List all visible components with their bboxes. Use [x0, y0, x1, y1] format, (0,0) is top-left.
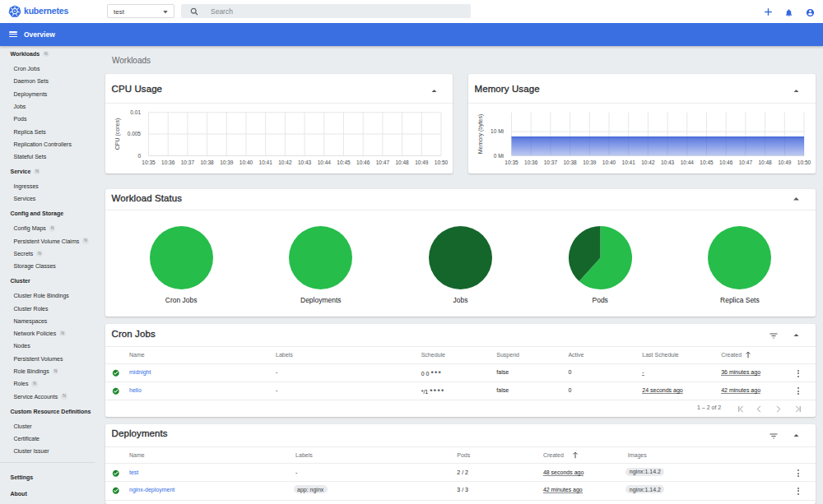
svg-text:10:46: 10:46: [356, 160, 370, 165]
svg-text:10:37: 10:37: [544, 160, 558, 165]
svg-text:10:36: 10:36: [524, 160, 538, 165]
svg-text:10:43: 10:43: [298, 160, 312, 165]
svg-text:10:44: 10:44: [318, 160, 332, 165]
svg-text:10:49: 10:49: [778, 160, 792, 165]
svg-text:0: 0: [137, 153, 141, 159]
svg-text:10:50: 10:50: [797, 160, 811, 165]
svg-text:10:44: 10:44: [681, 160, 695, 165]
svg-text:10:48: 10:48: [758, 160, 772, 165]
svg-text:0.01: 0.01: [130, 109, 141, 115]
svg-text:10:37: 10:37: [181, 160, 195, 165]
svg-text:10:41: 10:41: [259, 160, 273, 165]
svg-text:10:43: 10:43: [661, 160, 675, 165]
svg-text:10:47: 10:47: [739, 160, 753, 165]
svg-text:10:41: 10:41: [622, 160, 636, 165]
svg-text:0.005: 0.005: [128, 131, 142, 136]
svg-text:10:42: 10:42: [641, 160, 655, 165]
svg-text:10:35: 10:35: [504, 160, 518, 165]
svg-text:10:38: 10:38: [563, 160, 577, 165]
svg-text:10:39: 10:39: [583, 160, 597, 165]
svg-text:10:36: 10:36: [161, 160, 175, 165]
svg-text:10:45: 10:45: [337, 160, 351, 165]
svg-text:10:50: 10:50: [435, 160, 449, 165]
svg-text:10:38: 10:38: [200, 160, 214, 165]
svg-text:10:35: 10:35: [142, 160, 156, 165]
svg-text:10:39: 10:39: [220, 160, 234, 165]
svg-text:10:40: 10:40: [602, 160, 616, 165]
svg-text:10 Mi: 10 Mi: [491, 128, 504, 134]
svg-text:CPU (cores): CPU (cores): [114, 118, 121, 150]
svg-text:Memory (bytes): Memory (bytes): [477, 114, 484, 155]
svg-text:10:45: 10:45: [700, 160, 714, 165]
svg-text:10:40: 10:40: [239, 160, 253, 165]
svg-text:10:49: 10:49: [415, 160, 429, 165]
svg-text:10:47: 10:47: [376, 160, 390, 165]
svg-text:10:42: 10:42: [278, 160, 292, 165]
svg-text:10:48: 10:48: [395, 160, 409, 165]
svg-text:10:46: 10:46: [719, 160, 733, 165]
svg-text:0 Mi: 0 Mi: [494, 153, 504, 159]
